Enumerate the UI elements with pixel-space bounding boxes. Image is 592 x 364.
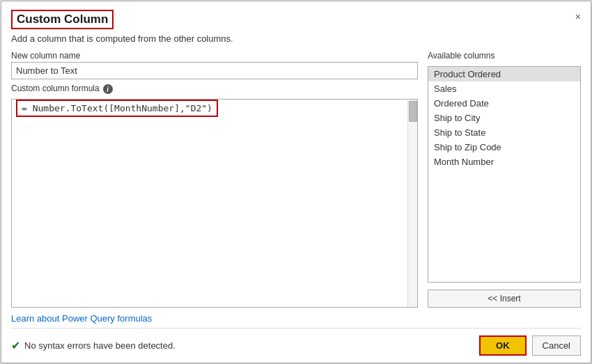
dialog-body: New column name Custom column formula i … [1,51,591,308]
dialog-footer: Learn about Power Query formulas ✔ No sy… [1,308,591,363]
dialog-subtitle: Add a column that is computed from the o… [1,33,591,51]
column-name-label: New column name [11,51,418,61]
footer-bottom: ✔ No syntax errors have been detected. O… [11,335,581,356]
formula-container[interactable]: = Number.ToText([MonthNumber],"D2") [11,99,418,308]
close-button[interactable]: × [575,11,581,22]
button-row: OK Cancel [479,335,581,356]
footer-divider [11,328,581,329]
column-name-input[interactable] [11,62,418,79]
dialog-title: Custom Column [11,10,114,29]
status-row: ✔ No syntax errors have been detected. [11,339,176,352]
column-name-field-group: New column name [11,51,418,79]
formula-box[interactable]: = Number.ToText([MonthNumber],"D2") [16,100,218,117]
formula-area-wrapper: = Number.ToText([MonthNumber],"D2") [11,99,418,308]
available-column-item-sales[interactable]: Sales [428,81,580,96]
scrollbar-thumb[interactable] [409,101,417,122]
check-icon: ✔ [11,339,20,352]
available-column-item-ship-to-zip[interactable]: Ship to Zip Code [428,140,580,155]
available-column-item-month-number[interactable]: Month Number [428,155,580,169]
formula-content[interactable]: = Number.ToText([MonthNumber],"D2") [12,100,407,307]
insert-button[interactable]: << Insert [428,290,581,308]
available-columns-list: Product Ordered Sales Ordered Date Ship … [428,66,581,283]
cancel-button[interactable]: Cancel [532,335,581,356]
available-column-item-ship-to-city[interactable]: Ship to City [428,111,580,125]
info-icon[interactable]: i [103,84,113,94]
left-panel: New column name Custom column formula i … [11,51,418,308]
right-panel: Available columns Product Ordered Sales … [428,51,581,308]
formula-scrollbar[interactable] [407,100,417,307]
formula-label: Custom column formula [11,84,100,93]
available-column-item-product-ordered[interactable]: Product Ordered [428,67,580,81]
dialog-header: Custom Column × [1,1,591,33]
formula-label-row: Custom column formula i [11,84,418,95]
custom-column-dialog: Custom Column × Add a column that is com… [1,1,591,363]
learn-link[interactable]: Learn about Power Query formulas [11,313,581,324]
status-text: No syntax errors have been detected. [24,340,176,351]
available-column-item-ship-to-state[interactable]: Ship to State [428,125,580,140]
ok-button[interactable]: OK [479,335,527,356]
available-column-item-ordered-date[interactable]: Ordered Date [428,96,580,111]
available-columns-label: Available columns [428,51,581,61]
